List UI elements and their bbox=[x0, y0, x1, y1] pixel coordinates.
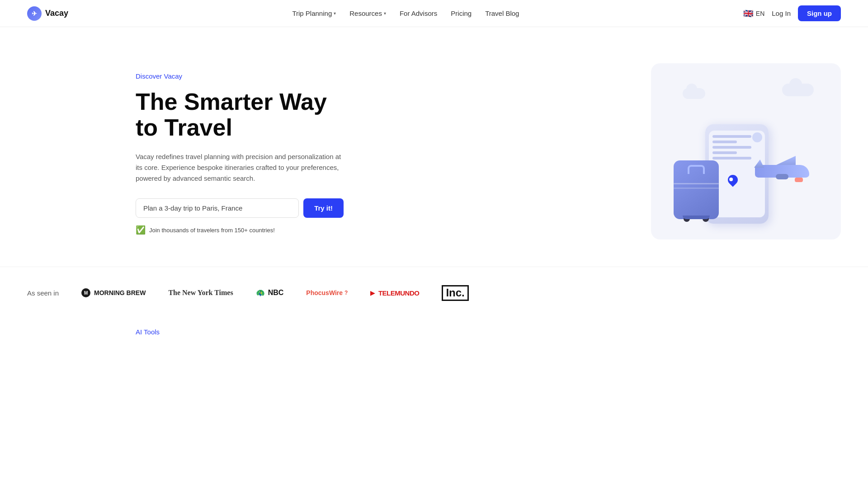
nav-for-advisors[interactable]: For Advisors bbox=[400, 9, 437, 17]
logo-text: Vacay bbox=[45, 9, 68, 18]
hero-title: The Smarter Way to Travel bbox=[136, 89, 344, 141]
cloud-right bbox=[782, 84, 814, 96]
airplane-illustration bbox=[746, 156, 818, 188]
plane-tail bbox=[754, 160, 764, 168]
nbc-logo: 🦚 NBC bbox=[256, 289, 284, 297]
nyt-logo: The New York Times bbox=[168, 289, 233, 297]
check-icon: ✅ bbox=[136, 225, 146, 235]
flag-icon: 🇬🇧 bbox=[743, 9, 753, 19]
hero-section: Discover Vacay The Smarter Way to Travel… bbox=[0, 27, 868, 267]
discover-label: Discover Vacay bbox=[136, 72, 344, 80]
chevron-down-icon: ▾ bbox=[334, 11, 336, 16]
nav-travel-blog[interactable]: Travel Blog bbox=[485, 9, 519, 17]
navigation: ✈ Vacay Trip Planning ▾ Resources ▾ For … bbox=[0, 0, 868, 27]
search-input[interactable] bbox=[136, 198, 299, 218]
nbc-peacock-icon: 🦚 bbox=[256, 289, 265, 297]
morning-brew-logo: M MORNING BREW bbox=[81, 288, 146, 297]
luggage-stripe-1 bbox=[674, 183, 719, 184]
ai-tools-label: AI Tools bbox=[136, 328, 732, 336]
phocuswire-logo: PhocusWire? bbox=[306, 289, 348, 296]
telemundo-logo: ▶ TELEMUNDO bbox=[370, 289, 419, 297]
luggage-stripe-2 bbox=[674, 188, 719, 189]
language-selector[interactable]: 🇬🇧 EN bbox=[743, 9, 764, 19]
language-code: EN bbox=[756, 10, 764, 17]
nav-logo[interactable]: ✈ Vacay bbox=[27, 6, 68, 21]
badge-text: Join thousands of travelers from 150+ co… bbox=[149, 227, 275, 234]
badge-row: ✅ Join thousands of travelers from 150+ … bbox=[136, 225, 344, 235]
luggage-wheel-left bbox=[684, 216, 690, 222]
inc-logo: Inc. bbox=[442, 285, 468, 301]
signup-button[interactable]: Sign up bbox=[798, 5, 841, 21]
pin-head bbox=[726, 173, 740, 187]
hero-description: Vacay redefines travel planning with pre… bbox=[136, 151, 344, 184]
plane-engine bbox=[776, 174, 788, 179]
nav-trip-planning[interactable]: Trip Planning ▾ bbox=[292, 9, 336, 17]
press-section: As seen in M MORNING BREW The New York T… bbox=[0, 267, 868, 319]
nav-right: 🇬🇧 EN Log In Sign up bbox=[743, 5, 841, 21]
ai-tools-section: AI Tools bbox=[0, 319, 868, 345]
plane-highlight bbox=[795, 178, 803, 182]
phone-bar-3 bbox=[712, 146, 751, 149]
press-row: As seen in M MORNING BREW The New York T… bbox=[27, 285, 841, 301]
luggage-illustration bbox=[674, 160, 719, 219]
search-row: Try it! bbox=[136, 198, 344, 218]
map-pin bbox=[728, 175, 738, 188]
chevron-down-icon: ▾ bbox=[384, 11, 386, 16]
nav-resources[interactable]: Resources ▾ bbox=[349, 9, 386, 17]
logo-icon: ✈ bbox=[27, 6, 42, 21]
morning-brew-icon: M bbox=[81, 288, 90, 297]
press-logos: M MORNING BREW The New York Times 🦚 NBC … bbox=[81, 285, 469, 301]
pin-dot bbox=[729, 178, 733, 181]
hero-card bbox=[651, 63, 841, 239]
press-label: As seen in bbox=[27, 289, 59, 297]
luggage-wheel-right bbox=[703, 216, 709, 222]
phone-clock-icon bbox=[752, 132, 762, 142]
try-it-button[interactable]: Try it! bbox=[303, 198, 344, 218]
hero-right bbox=[651, 63, 841, 239]
login-button[interactable]: Log In bbox=[772, 9, 791, 17]
phone-bar-4 bbox=[712, 151, 737, 154]
phone-bar-1 bbox=[712, 135, 751, 138]
nav-links: Trip Planning ▾ Resources ▾ For Advisors… bbox=[292, 9, 519, 17]
hero-left: Discover Vacay The Smarter Way to Travel… bbox=[136, 63, 344, 235]
phone-bar-2 bbox=[712, 141, 737, 143]
cloud-left bbox=[683, 88, 705, 99]
travel-illustration bbox=[669, 79, 823, 224]
nav-pricing[interactable]: Pricing bbox=[451, 9, 472, 17]
